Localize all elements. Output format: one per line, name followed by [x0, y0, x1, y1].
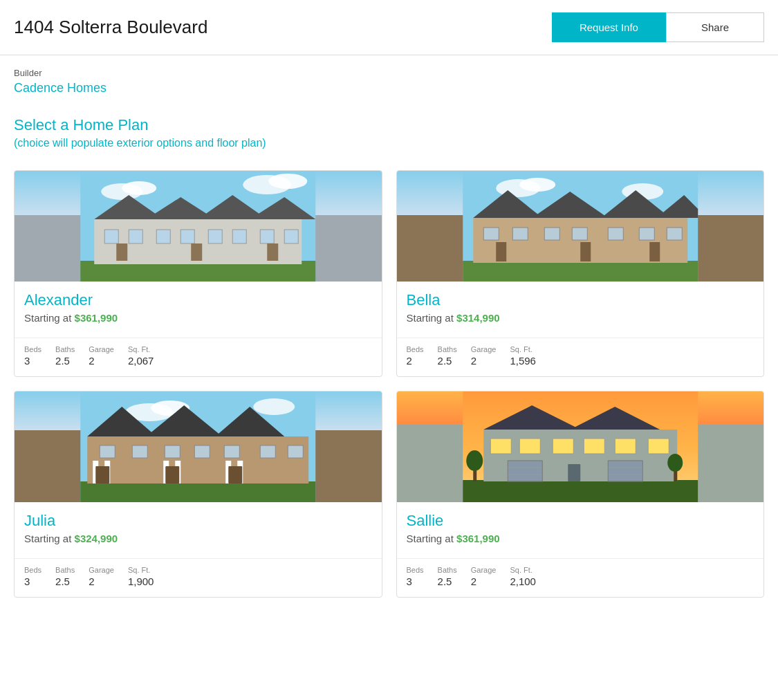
spec-baths-bella: Baths 2.5: [438, 345, 457, 367]
plan-specs-sallie: Beds 3 Baths 2.5 Garage 2 Sq. Ft. 2,100: [397, 558, 764, 597]
baths-value-alexander: 2.5: [55, 355, 75, 367]
beds-value-julia: 3: [24, 575, 41, 587]
starting-at-label-julia: Starting at: [24, 533, 75, 544]
plan-image-julia: [15, 392, 382, 502]
svg-rect-41: [580, 242, 591, 261]
svg-rect-39: [667, 228, 682, 240]
svg-rect-80: [608, 461, 642, 481]
svg-rect-62: [224, 445, 239, 458]
garage-value-julia: 2: [89, 575, 114, 587]
spec-beds-bella: Beds 2: [407, 345, 424, 367]
svg-rect-85: [568, 464, 580, 481]
sqft-value-bella: 1,596: [510, 355, 536, 367]
beds-value-sallie: 3: [407, 575, 424, 587]
baths-value-bella: 2.5: [438, 355, 457, 367]
svg-rect-76: [584, 439, 604, 454]
plan-card-sallie[interactable]: Sallie Starting at $361,990 Beds 3 Baths…: [396, 391, 765, 598]
garage-label-julia: Garage: [89, 566, 114, 574]
svg-rect-19: [116, 243, 127, 261]
garage-value-alexander: 2: [89, 355, 114, 367]
builder-label: Builder: [14, 68, 764, 78]
plan-price-bella: $314,990: [456, 312, 500, 324]
select-plan-title: Select a Home Plan: [14, 116, 764, 134]
svg-point-24: [519, 178, 555, 192]
baths-label-bella: Baths: [438, 345, 457, 353]
select-plan-subtitle: (choice will populate exterior options a…: [14, 137, 764, 149]
share-button[interactable]: Share: [666, 12, 764, 42]
starting-at-label-alexander: Starting at: [24, 312, 75, 324]
svg-rect-59: [132, 445, 147, 458]
svg-rect-60: [165, 445, 180, 458]
sqft-value-julia: 1,900: [128, 575, 154, 587]
svg-rect-78: [648, 439, 669, 454]
svg-rect-11: [104, 230, 118, 243]
svg-rect-66: [165, 466, 179, 483]
plan-card-alexander[interactable]: Alexander Starting at $361,990 Beds 3 Ba…: [14, 170, 382, 377]
svg-rect-38: [639, 228, 654, 240]
svg-rect-61: [194, 445, 210, 458]
beds-label-bella: Beds: [407, 345, 424, 353]
beds-label-julia: Beds: [24, 566, 41, 574]
baths-value-julia: 2.5: [55, 575, 75, 587]
select-plan-section: Select a Home Plan (choice will populate…: [0, 102, 778, 156]
plans-grid: Alexander Starting at $361,990 Beds 3 Ba…: [0, 156, 778, 611]
svg-point-46: [253, 398, 295, 415]
baths-label-julia: Baths: [55, 566, 75, 574]
spec-baths-sallie: Baths 2.5: [438, 566, 457, 587]
beds-label-sallie: Beds: [407, 566, 424, 574]
plan-specs-bella: Beds 2 Baths 2.5 Garage 2 Sq. Ft. 1,596: [397, 338, 764, 376]
sqft-value-sallie: 2,100: [510, 575, 536, 587]
svg-rect-69: [463, 480, 698, 502]
header-buttons: Request Info Share: [552, 12, 764, 42]
svg-rect-63: [260, 445, 275, 458]
spec-baths-julia: Baths 2.5: [55, 566, 75, 587]
svg-rect-79: [508, 461, 542, 481]
plan-card-julia[interactable]: Julia Starting at $324,990 Beds 3 Baths …: [14, 391, 382, 598]
spec-beds-alexander: Beds 3: [24, 345, 41, 367]
spec-garage-julia: Garage 2: [89, 566, 114, 587]
plan-price-julia: $324,990: [75, 533, 118, 544]
plan-info-bella: Bella Starting at $314,990: [397, 282, 764, 331]
request-info-button[interactable]: Request Info: [552, 12, 666, 42]
svg-rect-17: [260, 230, 274, 243]
spec-sqft-julia: Sq. Ft. 1,900: [128, 566, 154, 587]
svg-rect-64: [288, 445, 303, 458]
plan-price-sallie: $361,990: [456, 533, 500, 544]
svg-rect-26: [463, 261, 698, 282]
spec-beds-julia: Beds 3: [24, 566, 41, 587]
spec-garage-alexander: Garage 2: [89, 345, 114, 367]
plan-image-alexander: [15, 171, 382, 282]
garage-label-alexander: Garage: [89, 345, 114, 353]
spec-beds-sallie: Beds 3: [407, 566, 424, 587]
svg-point-4: [268, 174, 307, 189]
svg-point-89: [667, 454, 683, 472]
svg-rect-12: [129, 230, 142, 243]
svg-point-2: [122, 181, 156, 195]
svg-rect-47: [80, 481, 315, 502]
garage-label-sallie: Garage: [471, 566, 497, 574]
garage-value-sallie: 2: [471, 575, 497, 587]
plan-name-julia: Julia: [24, 512, 372, 530]
plan-name-bella: Bella: [407, 291, 754, 309]
spec-sqft-sallie: Sq. Ft. 2,100: [510, 566, 536, 587]
sqft-label-bella: Sq. Ft.: [510, 345, 536, 353]
svg-rect-33: [483, 228, 499, 240]
baths-value-sallie: 2.5: [438, 575, 457, 587]
plan-price-row-sallie: Starting at $361,990: [407, 533, 754, 544]
svg-rect-48: [87, 436, 308, 483]
svg-rect-40: [496, 242, 506, 261]
plan-info-julia: Julia Starting at $324,990: [15, 502, 382, 551]
svg-rect-18: [284, 230, 298, 243]
starting-at-label-sallie: Starting at: [407, 533, 457, 544]
plan-price-row-alexander: Starting at $361,990: [24, 312, 372, 324]
svg-point-87: [466, 450, 483, 471]
plan-price-alexander: $361,990: [75, 312, 118, 324]
garage-value-bella: 2: [471, 355, 497, 367]
plan-card-bella[interactable]: Bella Starting at $314,990 Beds 2 Baths …: [396, 170, 765, 377]
plan-info-sallie: Sallie Starting at $361,990: [397, 502, 764, 551]
svg-rect-77: [615, 439, 636, 454]
plan-price-row-julia: Starting at $324,990: [24, 533, 372, 544]
plan-specs-julia: Beds 3 Baths 2.5 Garage 2 Sq. Ft. 1,900: [15, 558, 382, 597]
svg-rect-35: [544, 228, 559, 240]
starting-at-label-bella: Starting at: [407, 312, 457, 324]
